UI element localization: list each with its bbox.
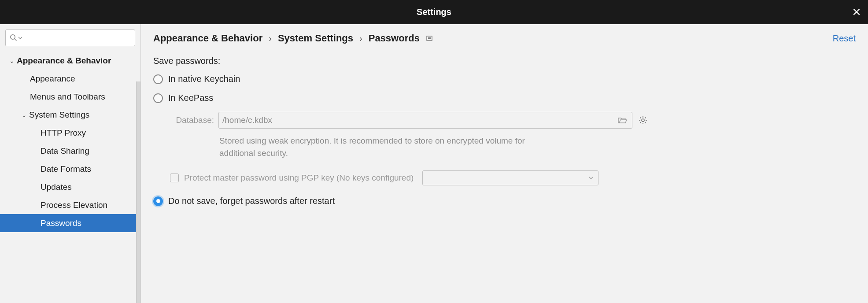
- radio-icon: [153, 93, 163, 103]
- reset-button[interactable]: Reset: [833, 33, 856, 44]
- tree-item-data-sharing[interactable]: Data Sharing: [0, 142, 140, 160]
- radio-keepass[interactable]: In KeePass: [153, 93, 856, 103]
- database-path-input: [218, 112, 632, 129]
- breadcrumb-part: Passwords: [369, 33, 420, 44]
- tree-item-appearance-behavior[interactable]: ⌄Appearance & Behavior: [0, 52, 140, 70]
- svg-rect-3: [428, 37, 431, 39]
- tree-item-appearance[interactable]: Appearance: [0, 70, 140, 88]
- titlebar: Settings: [0, 0, 868, 24]
- folder-open-icon[interactable]: [616, 115, 628, 126]
- svg-line-1: [15, 39, 16, 41]
- breadcrumb-part[interactable]: Appearance & Behavior: [153, 33, 262, 44]
- chevron-down-icon[interactable]: ⌄: [20, 111, 28, 118]
- database-label: Database:: [170, 115, 214, 125]
- scrollbar[interactable]: [136, 81, 140, 303]
- tree-item-label: Updates: [41, 182, 72, 192]
- radio-native-keychain[interactable]: In native Keychain: [153, 74, 856, 84]
- sidebar: ⌄Appearance & BehaviorAppearanceMenus an…: [0, 24, 141, 303]
- tree-item-menus-and-toolbars[interactable]: Menus and Toolbars: [0, 88, 140, 106]
- tree-item-label: Appearance: [30, 74, 75, 84]
- svg-point-4: [642, 119, 644, 122]
- search-input[interactable]: [5, 30, 135, 46]
- chevron-down-icon[interactable]: ⌄: [8, 57, 16, 64]
- tree-item-label: System Settings: [29, 110, 89, 120]
- tree-item-process-elevation[interactable]: Process Elevation: [0, 196, 140, 214]
- chevron-right-icon: ›: [269, 33, 272, 44]
- radio-icon: [153, 196, 163, 206]
- breadcrumb: Appearance & Behavior › System Settings …: [153, 33, 433, 44]
- tree-item-label: Data Sharing: [41, 146, 89, 156]
- database-path-field: [222, 115, 616, 125]
- tree-item-http-proxy[interactable]: HTTP Proxy: [0, 124, 140, 142]
- radio-do-not-save[interactable]: Do not save, forget passwords after rest…: [153, 196, 856, 206]
- gear-icon[interactable]: [637, 114, 649, 126]
- tree-item-label: Menus and Toolbars: [30, 92, 105, 102]
- svg-line-9: [640, 118, 641, 118]
- search-field[interactable]: [24, 33, 131, 43]
- svg-line-12: [645, 118, 646, 118]
- pgp-checkbox: [170, 174, 179, 182]
- pgp-check-label: Protect master password using PGP key (N…: [184, 173, 414, 183]
- pgp-key-select: [422, 170, 598, 185]
- section-label: Save passwords:: [153, 56, 856, 66]
- tree-item-label: Date Formats: [41, 164, 91, 174]
- radio-label: In native Keychain: [168, 74, 240, 84]
- radio-icon: [153, 74, 163, 84]
- svg-line-10: [645, 122, 646, 123]
- encryption-hint: Stored using weak encryption. It is reco…: [219, 135, 554, 159]
- tree-item-passwords[interactable]: Passwords: [0, 214, 140, 232]
- tree-item-label: Appearance & Behavior: [17, 56, 111, 66]
- window-title: Settings: [417, 7, 451, 17]
- chevron-down-icon: [18, 36, 22, 40]
- chevron-right-icon: ›: [359, 33, 362, 44]
- content-panel: Appearance & Behavior › System Settings …: [141, 24, 868, 303]
- tree-item-system-settings[interactable]: ⌄System Settings: [0, 106, 140, 124]
- tree-item-updates[interactable]: Updates: [0, 178, 140, 196]
- close-icon[interactable]: [853, 7, 860, 18]
- tree-item-date-formats[interactable]: Date Formats: [0, 160, 140, 178]
- breadcrumb-part[interactable]: System Settings: [278, 33, 353, 44]
- chevron-down-icon: [588, 175, 594, 181]
- tree-item-label: HTTP Proxy: [41, 128, 86, 138]
- svg-line-11: [640, 122, 641, 123]
- radio-label: In KeePass: [168, 93, 213, 103]
- tree-item-label: Passwords: [41, 218, 81, 228]
- radio-label: Do not save, forget passwords after rest…: [168, 196, 335, 206]
- settings-tree: ⌄Appearance & BehaviorAppearanceMenus an…: [0, 51, 140, 303]
- project-scope-icon: [426, 35, 433, 42]
- tree-item-label: Process Elevation: [41, 200, 107, 210]
